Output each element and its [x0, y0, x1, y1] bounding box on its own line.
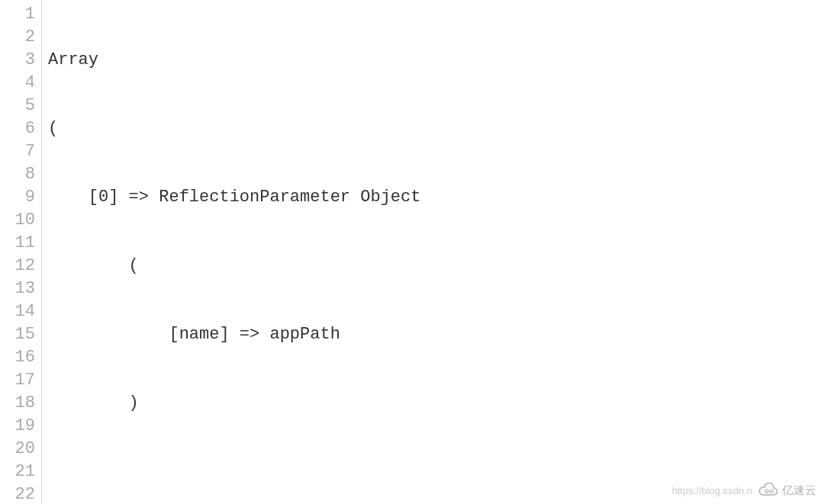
- line-number: 8: [9, 163, 35, 186]
- line-number: 18: [9, 392, 35, 415]
- line-number: 17: [9, 369, 35, 392]
- line-number: 10: [9, 209, 35, 232]
- line-number-gutter: 1 2 3 4 5 6 7 8 9 10 11 12 13 14 15 16 1…: [0, 0, 42, 504]
- line-number: 22: [9, 483, 35, 504]
- line-number: 9: [9, 186, 35, 209]
- line-number: 4: [9, 72, 35, 95]
- line-number: 3: [9, 49, 35, 72]
- brand-logo: 亿速云: [758, 482, 816, 499]
- code-line: [name] => appPath: [48, 323, 821, 346]
- code-line: [48, 461, 821, 483]
- line-number: 20: [9, 438, 35, 461]
- code-line: [0] => ReflectionParameter Object: [48, 186, 821, 209]
- line-number: 1: [9, 3, 35, 26]
- code-line: (: [48, 255, 821, 278]
- code-block: 1 2 3 4 5 6 7 8 9 10 11 12 13 14 15 16 1…: [0, 0, 821, 504]
- code-content: Array ( [0] => ReflectionParameter Objec…: [42, 0, 821, 504]
- line-number: 12: [9, 255, 35, 278]
- line-number: 7: [9, 140, 35, 163]
- line-number: 16: [9, 346, 35, 369]
- code-line: ): [48, 392, 821, 415]
- line-number: 6: [9, 117, 35, 140]
- line-number: 11: [9, 232, 35, 255]
- brand-text: 亿速云: [782, 483, 816, 498]
- line-number: 15: [9, 323, 35, 346]
- line-number: 5: [9, 95, 35, 117]
- line-number: 21: [9, 461, 35, 483]
- code-line: (: [48, 117, 821, 140]
- watermark-text: https://blog.csdn.n: [671, 485, 752, 496]
- cloud-icon: [758, 482, 782, 499]
- line-number: 13: [9, 278, 35, 300]
- line-number: 19: [9, 415, 35, 438]
- code-line: Array: [48, 49, 821, 72]
- line-number: 14: [9, 300, 35, 323]
- line-number: 2: [9, 26, 35, 49]
- svg-point-0: [765, 490, 768, 493]
- svg-point-1: [770, 490, 773, 493]
